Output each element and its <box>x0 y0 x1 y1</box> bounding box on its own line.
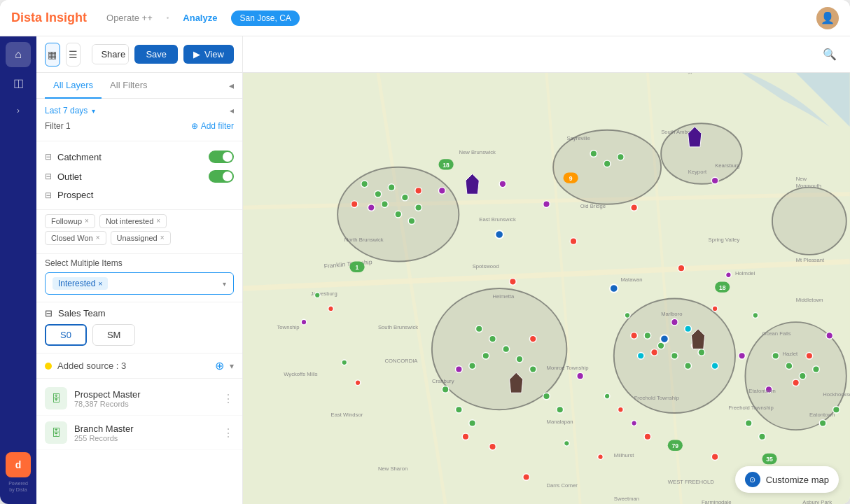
svg-point-36 <box>408 218 415 225</box>
layers-section: ⊟ Catchment ⊟ Outlet ⊟ Prospect <box>36 141 242 210</box>
sidebar-expand-btn[interactable]: › <box>6 98 31 123</box>
grid-view-btn[interactable]: ▦ <box>45 43 60 66</box>
view-button[interactable]: ▶ View <box>183 45 234 64</box>
tag-not-interested-label: Not interested <box>106 217 153 225</box>
svg-text:East Brunswick: East Brunswick <box>479 216 516 223</box>
svg-point-52 <box>813 366 820 373</box>
customize-map-btn[interactable]: ⊙ Customize map <box>735 466 839 493</box>
svg-point-152 <box>726 272 732 278</box>
svg-point-99 <box>685 326 692 332</box>
branch-master-menu-btn[interactable]: ⋮ <box>223 426 234 440</box>
sales-team-label-text: Sales Team <box>58 308 106 318</box>
add-filter-btn[interactable]: ⊕ Add filter <box>191 121 234 131</box>
date-filter-section: Last 7 days ▾ ◂ Filter 1 ⊕ Add filter <box>36 99 242 141</box>
tag-closed-won-remove-btn[interactable]: × <box>96 234 100 241</box>
source-collapse-btn[interactable]: ▾ <box>230 361 234 371</box>
added-source-section: Added source : 3 ⊕ ▾ <box>36 354 242 379</box>
sales-s0-btn[interactable]: S0 <box>45 324 87 346</box>
svg-text:New Sharon: New Sharon <box>378 465 407 472</box>
share-button[interactable]: Share <box>92 45 129 64</box>
svg-point-42 <box>469 363 476 370</box>
date-filter-collapse-btn[interactable]: ◂ <box>230 106 234 115</box>
panel-collapse-btn[interactable]: ◂ <box>229 80 234 91</box>
nav-separator: • <box>167 14 169 22</box>
svg-text:Wyckoffs Mills: Wyckoffs Mills <box>284 371 318 377</box>
sidebar-layers-btn[interactable]: ◫ <box>6 70 31 95</box>
source-item-branch-master[interactable]: 🗄 Branch Master 255 Records ⋮ <box>36 416 242 450</box>
location-badge[interactable]: San Jose, CA <box>231 10 299 26</box>
nav-analyze[interactable]: Analyze <box>177 10 223 26</box>
sidebar-home-btn[interactable]: ⌂ <box>6 42 31 67</box>
catchment-toggle[interactable] <box>209 150 234 163</box>
svg-text:Holmdel: Holmdel <box>735 270 755 276</box>
svg-point-50 <box>786 363 793 370</box>
svg-point-147 <box>301 319 307 325</box>
svg-point-49 <box>772 352 779 359</box>
icon-sidebar: ⌂ ◫ › d Poweredby Dista <box>0 36 36 504</box>
svg-point-33 <box>415 204 422 211</box>
svg-point-48 <box>698 349 705 356</box>
svg-point-31 <box>388 184 395 191</box>
svg-point-38 <box>489 335 496 342</box>
layer-prospect: ⊟ Prospect <box>45 186 234 204</box>
tag-not-interested-remove-btn[interactable]: × <box>156 218 160 225</box>
add-source-btn[interactable]: ⊕ <box>215 359 224 372</box>
svg-text:Keyport: Keyport <box>688 169 707 175</box>
save-button[interactable]: Save <box>134 45 178 64</box>
tag-unassigned-label: Unassigned <box>117 234 158 242</box>
added-source-text: Added source : 3 <box>57 360 209 371</box>
svg-text:Township: Township <box>277 324 300 330</box>
branch-master-name: Branch Master <box>74 424 216 434</box>
svg-point-62 <box>759 433 766 440</box>
add-filter-label: Add filter <box>201 121 234 131</box>
svg-text:Farmingdale: Farmingdale <box>702 499 732 504</box>
map-background[interactable]: Franklin Township New Brunswick Sayrevil… <box>243 73 850 504</box>
svg-point-90 <box>671 318 678 326</box>
user-avatar[interactable]: 👤 <box>816 7 839 29</box>
svg-text:Manalapan: Manalapan <box>547 419 573 425</box>
view-icon: ▶ <box>193 49 200 59</box>
map-search-btn[interactable]: 🔍 <box>818 43 842 66</box>
sales-sm-btn[interactable]: SM <box>92 324 136 346</box>
svg-point-81 <box>523 474 530 481</box>
svg-text:Freehold Township: Freehold Township <box>728 405 773 411</box>
tab-all-filters[interactable]: All Filters <box>102 73 155 99</box>
source-item-prospect-master[interactable]: 🗄 Prospect Master 78,387 Records ⋮ <box>36 382 242 416</box>
svg-point-55 <box>618 154 625 161</box>
svg-point-41 <box>482 352 489 359</box>
dista-logo-icon: d <box>6 452 31 477</box>
svg-text:79: 79 <box>672 442 679 449</box>
svg-point-67 <box>510 279 517 286</box>
multi-select-input[interactable]: Interested × ▾ <box>45 272 234 295</box>
svg-point-76 <box>462 433 469 440</box>
prospect-master-name: Prospect Master <box>74 389 216 400</box>
svg-point-78 <box>644 433 651 440</box>
prospect-tags-section: Followup × Not interested × Closed Won ×… <box>36 210 242 254</box>
add-filter-plus-icon: ⊕ <box>191 121 198 131</box>
svg-text:9: 9 <box>569 175 573 182</box>
prospect-master-icon: 🗄 <box>45 387 67 410</box>
list-view-btn[interactable]: ☰ <box>66 43 81 66</box>
outlet-toggle[interactable] <box>209 170 234 183</box>
svg-text:Millhurst: Millhurst <box>614 452 634 458</box>
chip-interested-remove-btn[interactable]: × <box>98 280 102 288</box>
top-bar: Dista Insight Operate ++ • Analyze San J… <box>0 0 850 36</box>
map-inner-toolbar: 🔍 <box>243 36 850 73</box>
svg-point-63 <box>819 420 826 427</box>
svg-text:18: 18 <box>719 284 726 291</box>
svg-point-26 <box>432 288 567 410</box>
svg-point-69 <box>651 349 658 356</box>
tag-closed-won-label: Closed Won <box>51 234 93 242</box>
layer-catchment: ⊟ Catchment <box>45 147 234 167</box>
svg-rect-0 <box>243 73 849 504</box>
svg-text:Ocean Falls: Ocean Falls <box>762 330 791 337</box>
date-filter-label[interactable]: Last 7 days <box>45 106 88 115</box>
multi-select-section: Select Multiple Items Interested × ▾ <box>36 254 242 302</box>
nav-operate[interactable]: Operate ++ <box>101 10 158 26</box>
tag-unassigned-remove-btn[interactable]: × <box>160 234 165 241</box>
prospect-master-menu-btn[interactable]: ⋮ <box>223 392 234 405</box>
tab-all-layers[interactable]: All Layers <box>45 73 102 99</box>
tag-followup-remove-btn[interactable]: × <box>85 218 89 225</box>
svg-text:Hockhockson: Hockhockson <box>823 391 850 398</box>
svg-point-39 <box>503 346 510 353</box>
